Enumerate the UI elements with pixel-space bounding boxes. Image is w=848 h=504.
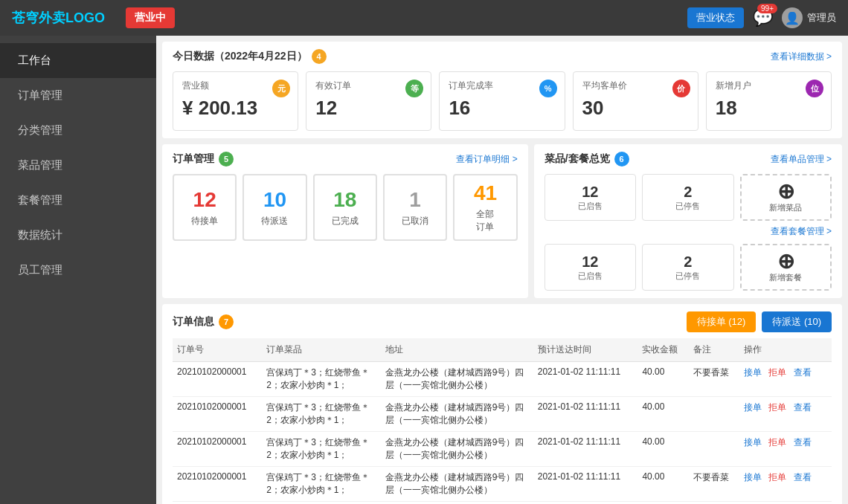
cell-actions: 接单 拒单 查看	[739, 397, 832, 432]
sidebar: 工作台 订单管理 分类管理 菜品管理 套餐管理 数据统计 员工管理	[0, 36, 156, 504]
dish-active-label: 已启售	[578, 201, 603, 212]
sidebar-item-categories[interactable]: 分类管理	[0, 113, 156, 148]
order-info-header: 订单信息 7 待接单 (12) 待派送 (10)	[173, 311, 832, 332]
pending-orders-button[interactable]: 待接单 (12)	[687, 311, 757, 332]
cell-amount: 40.00	[637, 362, 688, 397]
view-combo-link[interactable]: 查看套餐管理 >	[771, 225, 832, 238]
order-mgmt-title: 订单管理 5	[173, 152, 234, 167]
stat-cancelled: 1 已取消	[383, 174, 447, 241]
cell-address: 金燕龙办公楼（建材城西路9号）四层（一一宾馆北侧办公楼）	[381, 362, 533, 397]
new-users-value: 18	[716, 97, 822, 120]
add-dish-label: 新增菜品	[769, 202, 802, 213]
stat-all-num: 41	[474, 181, 497, 205]
cell-remark: 不要香菜	[689, 467, 739, 502]
stat-completed: 18 已完成	[313, 174, 377, 241]
col-amount: 实收金额	[637, 338, 688, 362]
username: 管理员	[807, 11, 836, 25]
cell-remark	[689, 432, 739, 467]
sidebar-item-dishes[interactable]: 菜品管理	[0, 148, 156, 183]
view-orders-link[interactable]: 查看订单明细 >	[456, 153, 517, 166]
avg-price-value: 30	[582, 97, 689, 120]
cell-amount: 40.00	[637, 397, 688, 432]
cell-time: 2021-01-02 11:11:11	[533, 362, 638, 397]
action-accept[interactable]: 接单	[744, 437, 762, 448]
action-view[interactable]: 查看	[794, 402, 812, 413]
today-card-orders: 有效订单 12 等	[306, 71, 431, 131]
cell-remark	[689, 397, 739, 432]
sidebar-item-dashboard[interactable]: 工作台	[0, 43, 156, 78]
col-time: 预计送达时间	[533, 338, 638, 362]
table-row: 20210102000001 宫保鸡丁＊3；红烧带鱼＊2；农家小炒肉＊1； 金燕…	[173, 467, 832, 502]
combo-active-num: 12	[582, 253, 598, 271]
cell-address: 金燕龙办公楼（建材城西路9号）四层（一一宾馆北侧办公楼）	[381, 432, 533, 467]
cell-amount: 40.00	[637, 432, 688, 467]
stat-pending-num: 12	[193, 188, 216, 212]
header: 苍穹外卖LOGO 营业中 营业状态 💬 99+ 👤 管理员	[0, 0, 848, 36]
revenue-icon: 元	[272, 80, 290, 97]
sidebar-item-combos[interactable]: 套餐管理	[0, 183, 156, 218]
today-section-title: 今日数据（2022年4月22日） 4	[173, 49, 327, 64]
action-reject[interactable]: 拒单	[768, 472, 786, 482]
table-header: 订单号 订单菜品 地址 预计送达时间 实收金额 备注 操作	[173, 338, 832, 362]
action-reject[interactable]: 拒单	[768, 437, 786, 448]
action-reject[interactable]: 拒单	[768, 367, 786, 378]
combo-inactive-label: 已停售	[675, 271, 700, 282]
cell-dishes: 宫保鸡丁＊3；红烧带鱼＊2；农家小炒肉＊1；	[262, 362, 381, 397]
cell-dishes: 宫保鸡丁＊3；红烧带鱼＊2；农家小炒肉＊1；	[262, 432, 381, 467]
add-dish-icon: ⊕	[777, 181, 794, 202]
order-info-section: 订单信息 7 待接单 (12) 待派送 (10) 订单号 订单菜品 地址 预计送…	[162, 304, 842, 504]
orders-icon: 等	[405, 80, 423, 97]
cell-id: 20210102000001	[173, 432, 262, 467]
cell-address: 金燕龙办公楼（建材城西路9号）四层（一一宾馆北侧办公楼）	[381, 397, 533, 432]
stat-dispatch: 10 待派送	[242, 174, 306, 241]
cell-actions: 接单 拒单 查看	[739, 432, 832, 467]
sidebar-item-stats[interactable]: 数据统计	[0, 218, 156, 253]
action-accept[interactable]: 接单	[744, 367, 762, 378]
action-view[interactable]: 查看	[794, 437, 812, 448]
today-section-header: 今日数据（2022年4月22日） 4 查看详细数据 >	[173, 49, 832, 64]
view-dish-link[interactable]: 查看单品管理 >	[771, 153, 832, 166]
col-address: 地址	[381, 338, 533, 362]
main-layout: 工作台 订单管理 分类管理 菜品管理 套餐管理 数据统计 员工管理 今日数据（2…	[0, 36, 848, 504]
action-accept[interactable]: 接单	[744, 402, 762, 413]
stat-completed-label: 已完成	[332, 215, 359, 227]
notification-button[interactable]: 💬 99+	[753, 8, 773, 28]
cell-id: 20210102000001	[173, 467, 262, 502]
cell-dishes: 宫保鸡丁＊3；红烧带鱼＊2；农家小炒肉＊1；	[262, 467, 381, 502]
cell-time: 2021-01-02 11:11:11	[533, 467, 638, 502]
header-right: 营业状态 💬 99+ 👤 管理员	[687, 7, 836, 28]
action-reject[interactable]: 拒单	[768, 402, 786, 413]
user-info[interactable]: 👤 管理员	[782, 7, 836, 28]
action-view[interactable]: 查看	[794, 472, 812, 482]
dispatch-orders-button[interactable]: 待派送 (10)	[762, 311, 832, 332]
header-left: 苍穹外卖LOGO 营业中	[12, 7, 175, 28]
cell-address: 金燕龙办公楼（建材城西路9号）四层（一一宾馆北侧办公楼）	[381, 467, 533, 502]
action-view[interactable]: 查看	[794, 367, 812, 378]
table-row: 20210102000001 宫保鸡丁＊3；红烧带鱼＊2；农家小炒肉＊1； 金燕…	[173, 362, 832, 397]
add-combo-card[interactable]: ⊕ 新增套餐	[740, 244, 832, 291]
table-row: 20210102000001 宫保鸡丁＊3；红烧带鱼＊2；农家小炒肉＊1； 金燕…	[173, 502, 832, 505]
cell-time: 2021-01-02 11:11:11	[533, 397, 638, 432]
dish-grid: 12 已启售 2 已停售 ⊕ 新增菜品	[545, 174, 832, 221]
order-info-badge: 7	[219, 314, 234, 329]
add-dish-card[interactable]: ⊕ 新增菜品	[740, 174, 832, 221]
today-card-revenue: 营业额 ¥ 200.13 元	[173, 71, 298, 131]
combo-active-label: 已启售	[578, 271, 603, 282]
order-actions: 待接单 (12) 待派送 (10)	[687, 311, 832, 332]
mid-section: 订单管理 5 查看订单明细 > 12 待接单 10 待派送 18	[162, 144, 842, 304]
action-accept[interactable]: 接单	[744, 472, 762, 482]
revenue-value: ¥ 200.13	[182, 97, 289, 120]
combo-inactive-num: 2	[684, 253, 692, 271]
business-status-button[interactable]: 营业状态	[687, 7, 744, 28]
sidebar-item-staff[interactable]: 员工管理	[0, 253, 156, 288]
orders-value: 12	[315, 97, 422, 120]
cell-id: 20210102000001	[173, 397, 262, 432]
combo-active: 12 已启售	[545, 244, 636, 291]
stat-cancelled-num: 1	[409, 188, 421, 212]
sidebar-item-orders[interactable]: 订单管理	[0, 78, 156, 113]
dish-inactive-num: 2	[684, 184, 692, 201]
view-detail-link[interactable]: 查看详细数据 >	[771, 51, 832, 63]
col-id: 订单号	[173, 338, 262, 362]
today-card-new-users: 新增月户 18 位	[706, 71, 832, 131]
cell-amount: 40.00	[637, 467, 688, 502]
